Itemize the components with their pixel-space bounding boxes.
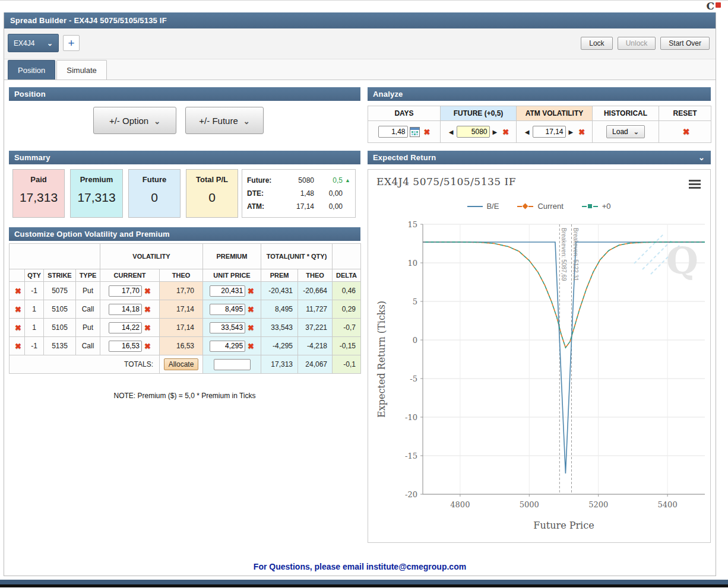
- clear-price-icon[interactable]: ✖: [248, 324, 254, 332]
- atm-decrement-button[interactable]: ◀: [524, 129, 531, 135]
- theo-vol-cell: 16,53: [160, 337, 203, 355]
- future-decrement-button[interactable]: ◀: [448, 129, 455, 135]
- load-historical-button[interactable]: Load⌄: [606, 125, 645, 138]
- premium-group-header: PREMIUM: [203, 244, 261, 269]
- instrument-select-value: EX4J4: [14, 39, 34, 47]
- theo-vol-cell: 17,70: [160, 282, 203, 300]
- unit-price-input[interactable]: [210, 304, 245, 315]
- col-theo-total: THEO: [298, 269, 333, 282]
- clear-atm-icon[interactable]: ✖: [578, 128, 585, 136]
- tab-simulate[interactable]: Simulate: [56, 60, 107, 80]
- future-increment-button[interactable]: ▶: [492, 129, 499, 135]
- theo-cell: 11,727: [298, 300, 333, 319]
- option-row: ✖ -1 5075 Put ✖ 17,70 ✖ -20,431 -20,664 …: [10, 282, 361, 300]
- svg-text:-5: -5: [410, 374, 417, 383]
- diamond-marker-icon: [523, 204, 528, 209]
- type-cell: Call: [76, 337, 100, 355]
- info-row-future: Future: 5080 0,5 ▲: [247, 174, 350, 187]
- option-row: ✖ -1 5135 Call ✖ 16,53 ✖ -4,295 -4,218 -…: [10, 337, 361, 355]
- prem-cell: 8,495: [261, 300, 298, 319]
- delete-row-icon[interactable]: ✖: [15, 324, 21, 332]
- clear-price-icon[interactable]: ✖: [248, 306, 254, 313]
- current-vol-input[interactable]: [109, 341, 142, 352]
- current-vol-input[interactable]: [109, 322, 142, 333]
- paid-value: 17,313: [13, 190, 64, 205]
- delete-row-icon[interactable]: ✖: [15, 342, 21, 350]
- col-days: DAYS: [368, 106, 441, 121]
- clear-days-icon[interactable]: ✖: [424, 128, 431, 136]
- square-marker-icon: [588, 204, 592, 208]
- svg-text:Expected Return (Ticks): Expected Return (Ticks): [376, 301, 387, 418]
- legend-item-current[interactable]: Current: [517, 202, 563, 211]
- window-title: Spread Builder - EX4J4 5075/5105/5135 IF: [4, 12, 716, 28]
- add-future-button[interactable]: +/- Future⌄: [185, 107, 264, 134]
- theo-cell: -4,218: [298, 337, 333, 355]
- current-vol-input[interactable]: [109, 285, 142, 297]
- clear-vol-icon[interactable]: ✖: [144, 324, 151, 332]
- clear-vol-icon[interactable]: ✖: [144, 287, 151, 295]
- add-spread-button[interactable]: +: [63, 35, 80, 51]
- chart-plot-area: 151050-5-10-15-204800500052005400QBreake…: [368, 170, 710, 542]
- delete-row-icon[interactable]: ✖: [15, 306, 21, 313]
- paid-card: Paid 17,313: [12, 169, 65, 218]
- unlock-button[interactable]: Unlock: [618, 37, 656, 50]
- unit-price-input[interactable]: [210, 322, 245, 333]
- customize-header: Customize Option Volatility and Premium: [9, 227, 360, 241]
- col-type: TYPE: [76, 269, 100, 282]
- svg-text:-20: -20: [405, 490, 417, 499]
- totals-premium-input[interactable]: [214, 359, 251, 370]
- qty-cell: 1: [25, 319, 44, 337]
- market-info-box: Future: 5080 0,5 ▲ DTE: 1,48 0,00 ATM: 1…: [242, 169, 356, 218]
- unit-price-input[interactable]: [210, 341, 245, 352]
- totals-label: TOTALS:: [10, 355, 160, 374]
- premium-label: Premium: [71, 175, 122, 184]
- prem-cell: -4,295: [261, 337, 298, 355]
- clear-future-icon[interactable]: ✖: [502, 128, 509, 136]
- clear-vol-icon[interactable]: ✖: [144, 342, 151, 350]
- col-historical: HISTORICAL: [593, 106, 659, 121]
- svg-text:10: 10: [407, 259, 417, 268]
- expected-return-chart: 151050-5-10-15-204800500052005400QBreake…: [368, 169, 711, 543]
- collapse-chevron-icon[interactable]: ⌄: [698, 151, 705, 164]
- atm-volatility-input[interactable]: [533, 126, 566, 138]
- col-reset: RESET: [659, 106, 711, 121]
- reset-icon[interactable]: ✖: [683, 128, 690, 136]
- clear-price-icon[interactable]: ✖: [248, 287, 254, 295]
- theo-cell: -20,664: [298, 282, 333, 300]
- svg-text:Future Price: Future Price: [533, 520, 594, 531]
- chevron-down-icon: ⌄: [154, 117, 160, 126]
- future-input[interactable]: [457, 126, 490, 138]
- current-vol-input[interactable]: [109, 304, 142, 315]
- add-option-button[interactable]: +/- Option⌄: [93, 107, 176, 134]
- chevron-down-icon: ⌄: [634, 128, 639, 136]
- days-input[interactable]: [378, 126, 408, 138]
- tab-bar: Position Simulate: [4, 59, 716, 80]
- prem-cell: -20,431: [261, 282, 298, 300]
- clear-vol-icon[interactable]: ✖: [144, 306, 151, 313]
- start-over-button[interactable]: Start Over: [660, 37, 710, 50]
- chart-menu-icon[interactable]: [689, 180, 701, 190]
- premium-value: 17,313: [71, 190, 122, 205]
- total-pl-card: Total P/L 0: [186, 169, 238, 218]
- calendar-icon[interactable]: [410, 127, 420, 137]
- col-future: FUTURE (+0,5): [441, 106, 517, 121]
- customize-table: VOLATILITY PREMIUM TOTAL(UNIT * QTY) QTY…: [9, 243, 361, 374]
- type-cell: Call: [76, 300, 100, 319]
- lock-button[interactable]: Lock: [581, 37, 612, 50]
- legend-item-plus0[interactable]: +0: [581, 202, 611, 211]
- strike-cell: 5105: [44, 319, 76, 337]
- info-row-dte: DTE: 1,48 0,00: [247, 187, 350, 200]
- instrument-select[interactable]: EX4J4 ⌄: [8, 34, 59, 52]
- future-card: Future 0: [128, 169, 181, 218]
- legend-item-be[interactable]: B/E: [467, 202, 499, 211]
- totals-prem-cell: 17,313: [261, 355, 298, 374]
- paid-label: Paid: [13, 175, 64, 184]
- contact-email-link[interactable]: institute@cmegroup.com: [366, 562, 466, 571]
- clear-price-icon[interactable]: ✖: [248, 342, 254, 350]
- col-unit-price: UNIT PRICE: [203, 269, 261, 282]
- atm-increment-button[interactable]: ▶: [568, 129, 575, 135]
- allocate-button[interactable]: Allocate: [164, 358, 199, 370]
- unit-price-input[interactable]: [210, 285, 245, 297]
- tab-position[interactable]: Position: [8, 60, 55, 80]
- delete-row-icon[interactable]: ✖: [15, 287, 21, 295]
